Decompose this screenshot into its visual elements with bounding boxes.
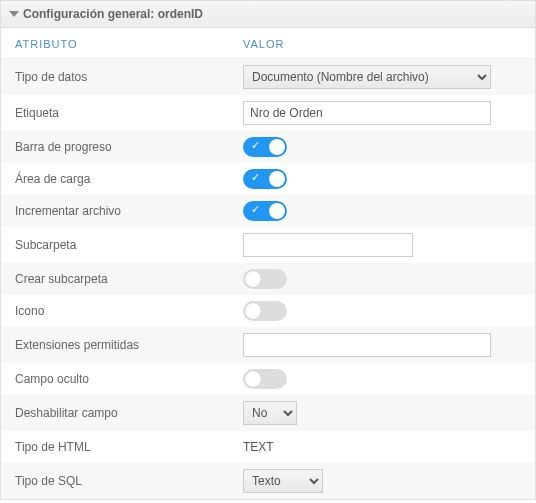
row-tipo-html: Tipo de HTML TEXT xyxy=(1,431,535,463)
config-panel: Configuración general: ordenID ATRIBUTO … xyxy=(0,0,536,500)
label-tipo-html: Tipo de HTML xyxy=(15,440,243,454)
row-subcarpeta: Subcarpeta xyxy=(1,227,535,263)
select-tipo-datos[interactable]: Documento (Nombre del archivo) xyxy=(243,65,491,89)
row-etiqueta: Etiqueta xyxy=(1,95,535,131)
panel-title: Configuración general: ordenID xyxy=(23,7,203,21)
select-deshabilitar[interactable]: No xyxy=(243,401,297,425)
label-tipo-datos: Tipo de datos xyxy=(15,70,243,84)
toggle-campo-oculto[interactable] xyxy=(243,369,287,389)
label-subcarpeta: Subcarpeta xyxy=(15,238,243,252)
row-area-carga: Área de carga xyxy=(1,163,535,195)
grid-header: ATRIBUTO VALOR xyxy=(1,28,535,59)
label-barra-progreso: Barra de progreso xyxy=(15,140,243,154)
row-extensiones: Extensiones permitidas xyxy=(1,327,535,363)
input-etiqueta[interactable] xyxy=(243,101,491,125)
label-campo-oculto: Campo oculto xyxy=(15,372,243,386)
toggle-area-carga[interactable] xyxy=(243,169,287,189)
toggle-incrementar[interactable] xyxy=(243,201,287,221)
label-tipo-sql: Tipo de SQL xyxy=(15,474,243,488)
row-campo-oculto: Campo oculto xyxy=(1,363,535,395)
label-deshabilitar: Deshabilitar campo xyxy=(15,406,243,420)
value-tipo-html: TEXT xyxy=(243,440,274,454)
row-barra-progreso: Barra de progreso xyxy=(1,131,535,163)
label-crear-sub: Crear subcarpeta xyxy=(15,272,243,286)
label-etiqueta: Etiqueta xyxy=(15,106,243,120)
collapse-icon xyxy=(9,11,19,17)
label-extensiones: Extensiones permitidas xyxy=(15,338,243,352)
row-icono: Icono xyxy=(1,295,535,327)
row-incrementar: Incrementar archivo xyxy=(1,195,535,227)
input-extensiones[interactable] xyxy=(243,333,491,357)
toggle-barra-progreso[interactable] xyxy=(243,137,287,157)
label-incrementar: Incrementar archivo xyxy=(15,204,243,218)
input-subcarpeta[interactable] xyxy=(243,233,413,257)
panel-header[interactable]: Configuración general: ordenID xyxy=(1,1,535,28)
col-header-attr: ATRIBUTO xyxy=(15,38,243,50)
row-deshabilitar: Deshabilitar campo No xyxy=(1,395,535,431)
select-tipo-sql[interactable]: Texto xyxy=(243,469,323,493)
label-area-carga: Área de carga xyxy=(15,172,243,186)
row-tipo-sql: Tipo de SQL Texto xyxy=(1,463,535,499)
row-crear-sub: Crear subcarpeta xyxy=(1,263,535,295)
toggle-icono[interactable] xyxy=(243,301,287,321)
toggle-crear-sub[interactable] xyxy=(243,269,287,289)
col-header-val: VALOR xyxy=(243,38,521,50)
row-tipo-datos: Tipo de datos Documento (Nombre del arch… xyxy=(1,59,535,95)
label-icono: Icono xyxy=(15,304,243,318)
